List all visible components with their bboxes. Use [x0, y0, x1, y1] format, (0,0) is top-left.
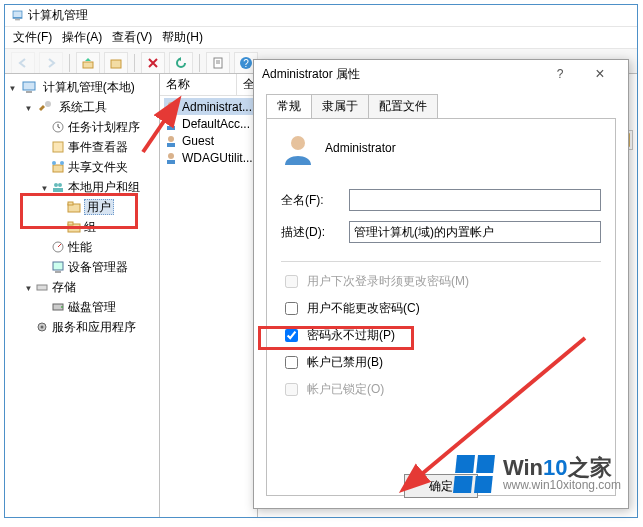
dialog-help-button[interactable]: ?: [540, 63, 580, 85]
properties-dialog: Administrator 属性 ? × 常规 隶属于 配置文件 Adminis…: [253, 59, 629, 509]
list-row-guest[interactable]: Guest: [164, 132, 253, 149]
dialog-buttons: 确定: [254, 474, 628, 498]
list-header-name[interactable]: 名称: [166, 76, 236, 93]
menu-file[interactable]: 文件(F): [13, 29, 52, 46]
window-title-bar: 计算机管理: [5, 5, 637, 27]
svg-point-35: [168, 119, 174, 125]
list-row-label: Guest: [182, 134, 214, 148]
svg-rect-3: [83, 62, 93, 68]
tree-task-scheduler[interactable]: 任务计划程序: [39, 118, 157, 138]
user-icon: [164, 134, 178, 148]
dialog-title-bar: Administrator 属性 ? ×: [254, 60, 628, 88]
svg-rect-10: [23, 82, 35, 90]
tree-pane[interactable]: 计算机管理(本地) 系统工具 任务计划程序 事件查看器 共享文件夹 本地用户和组: [5, 74, 160, 517]
tab-profile[interactable]: 配置文件: [368, 94, 438, 118]
svg-point-16: [52, 161, 56, 165]
toolbar-forward-button[interactable]: [39, 52, 63, 74]
svg-point-12: [45, 101, 51, 107]
chk-cannot-change[interactable]: [285, 302, 298, 315]
tree-storage[interactable]: 存储 磁盘管理: [23, 278, 157, 318]
tree-system-tools[interactable]: 系统工具 任务计划程序 事件查看器 共享文件夹 本地用户和组 用户 组: [23, 98, 157, 278]
menu-action[interactable]: 操作(A): [62, 29, 102, 46]
ok-button[interactable]: 确定: [404, 474, 478, 498]
list-row-administrator[interactable]: Administrat...: [164, 98, 253, 115]
toolbar-up-button[interactable]: [76, 52, 100, 74]
event-icon: [51, 140, 65, 154]
svg-rect-36: [167, 126, 175, 130]
svg-rect-1: [13, 11, 21, 17]
browse-icon: [109, 56, 123, 70]
svg-rect-2: [15, 19, 20, 21]
list-row-defaultaccount[interactable]: DefaultAcc...: [164, 115, 253, 132]
user-icon: [164, 100, 178, 114]
window-title: 计算机管理: [28, 7, 631, 24]
svg-rect-4: [111, 60, 121, 68]
tools-icon: [38, 100, 52, 114]
chk-account-locked: [285, 383, 298, 396]
menu-help[interactable]: 帮助(H): [162, 29, 203, 46]
svg-point-30: [61, 306, 63, 308]
full-name-input[interactable]: [349, 189, 601, 211]
toolbar-browse-button[interactable]: [104, 52, 128, 74]
tree-root-label: 计算机管理(本地): [43, 80, 135, 94]
list-row-label: WDAGUtilit...: [182, 151, 253, 165]
refresh-icon: [174, 56, 188, 70]
toolbar-delete-button[interactable]: [141, 52, 165, 74]
chk-must-change: [285, 275, 298, 288]
svg-rect-28: [37, 285, 47, 290]
tree-root[interactable]: 计算机管理(本地) 系统工具 任务计划程序 事件查看器 共享文件夹 本地用户和组: [7, 78, 157, 338]
user-large-icon: [281, 131, 315, 165]
back-icon: [16, 56, 30, 70]
tree-shared-folders[interactable]: 共享文件夹: [39, 158, 157, 178]
folder-icon: [67, 200, 81, 214]
dialog-account-name: Administrator: [325, 141, 396, 155]
row-description: 描述(D):: [281, 221, 601, 243]
tree-local-users[interactable]: 本地用户和组 用户 组: [39, 178, 157, 238]
description-input[interactable]: [349, 221, 601, 243]
svg-rect-14: [53, 142, 63, 152]
svg-point-33: [168, 102, 174, 108]
tree-groups-node[interactable]: 组: [55, 218, 157, 238]
svg-rect-40: [167, 160, 175, 164]
tab-panel-general: Administrator 全名(F): 描述(D): 用户下次登录时须更改密码…: [266, 118, 616, 496]
list-row-wdag[interactable]: WDAGUtilit...: [164, 149, 253, 166]
toolbar-back-button[interactable]: [11, 52, 35, 74]
computer-icon: [22, 80, 36, 94]
tree-device-manager[interactable]: 设备管理器: [39, 258, 157, 278]
row-cannot-change: 用户不能更改密码(C): [281, 299, 601, 318]
svg-point-32: [41, 326, 44, 329]
tree-performance[interactable]: 性能: [39, 238, 157, 258]
svg-rect-38: [167, 143, 175, 147]
tree-users-node[interactable]: 用户: [55, 198, 157, 218]
dialog-title: Administrator 属性: [262, 66, 540, 83]
svg-point-17: [60, 161, 64, 165]
tab-general[interactable]: 常规: [266, 94, 312, 118]
menu-view[interactable]: 查看(V): [112, 29, 152, 46]
tree-disk-mgmt[interactable]: 磁盘管理: [39, 298, 157, 318]
users-icon: [51, 180, 65, 194]
delete-icon: [146, 56, 160, 70]
tab-member-of[interactable]: 隶属于: [311, 94, 369, 118]
tree-event-viewer[interactable]: 事件查看器: [39, 138, 157, 158]
clock-icon: [51, 120, 65, 134]
chk-never-expire[interactable]: [285, 329, 298, 342]
dialog-close-button[interactable]: ×: [580, 63, 620, 85]
tree-services-apps[interactable]: 服务和应用程序: [23, 318, 157, 338]
svg-rect-26: [53, 262, 63, 270]
user-icon: [164, 117, 178, 131]
chk-never-expire-label: 密码永不过期(P): [307, 327, 395, 344]
toolbar-refresh-button[interactable]: [169, 52, 193, 74]
close-icon: ×: [595, 65, 604, 83]
toolbar-properties-button[interactable]: [206, 52, 230, 74]
chk-must-change-label: 用户下次登录时须更改密码(M): [307, 273, 469, 290]
app-icon: [11, 9, 24, 22]
chk-account-locked-label: 帐户已锁定(O): [307, 381, 384, 398]
svg-rect-24: [68, 222, 73, 225]
svg-rect-20: [53, 188, 63, 192]
chk-account-disabled[interactable]: [285, 356, 298, 369]
help-icon: ?: [239, 56, 253, 70]
share-icon: [51, 160, 65, 174]
question-icon: ?: [557, 67, 564, 81]
row-account-locked: 帐户已锁定(O): [281, 380, 601, 399]
up-arrow-icon: [81, 56, 95, 70]
